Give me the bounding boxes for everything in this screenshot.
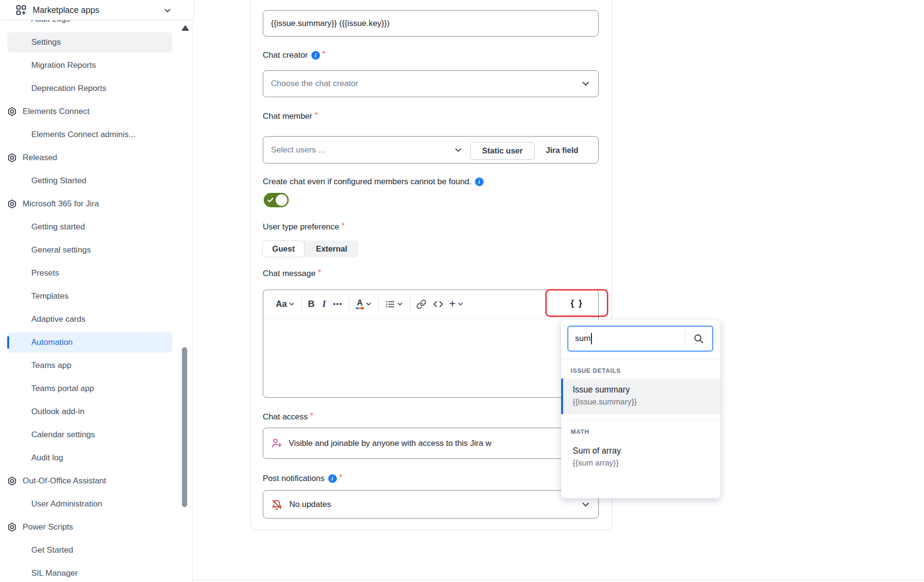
sidebar-item-get-started[interactable]: Get Started bbox=[0, 539, 192, 562]
chevron-down-icon bbox=[457, 301, 464, 307]
chevron-down-icon bbox=[581, 79, 590, 89]
chat-access-select[interactable]: Visible and joinable by anyone with acce… bbox=[263, 428, 599, 459]
info-icon[interactable]: i bbox=[475, 177, 484, 186]
sidebar-item-label: Settings bbox=[31, 38, 61, 47]
sidebar-item-teams-portal-app[interactable]: Teams portal app bbox=[0, 377, 192, 400]
picker-item-code: {{issue.summary}} bbox=[573, 396, 720, 408]
sidebar-item-label: Presets bbox=[31, 268, 59, 278]
bold-button[interactable]: B bbox=[308, 299, 315, 309]
sidebar-item-adaptive-cards[interactable]: Adaptive cards bbox=[0, 308, 192, 331]
picker-item-title: Sum of array bbox=[573, 445, 720, 457]
sidebar-item-label: Get Started bbox=[31, 545, 73, 555]
app-hexagon-icon bbox=[7, 199, 17, 209]
post-notifications-select[interactable]: No updates bbox=[263, 490, 599, 519]
chevron-down-icon bbox=[454, 146, 462, 154]
sidebar-item-sil-manager[interactable]: SIL Manager bbox=[0, 562, 192, 582]
picker-item-issue-summary[interactable]: Issue summary{{issue.summary}} bbox=[561, 379, 720, 414]
sidebar-item-label: Getting started bbox=[31, 222, 85, 232]
insert-button[interactable]: + bbox=[449, 298, 463, 310]
sidebar-item-templates[interactable]: Templates bbox=[0, 285, 192, 308]
sidebar-item-elements-connect[interactable]: Elements Connect bbox=[0, 100, 192, 123]
required-asterisk: * bbox=[318, 268, 321, 278]
static-user-tab[interactable]: Static user bbox=[470, 142, 535, 160]
sidebar-item-label: Elements Connect adminis... bbox=[31, 130, 135, 139]
sidebar-item-outlook-add-in[interactable]: Outlook add-in bbox=[0, 400, 192, 423]
sidebar-divider bbox=[192, 17, 193, 582]
sidebar-item-label: Elements Connect bbox=[23, 107, 90, 116]
marketplace-apps-dropdown[interactable]: Marketplace apps bbox=[0, 0, 194, 20]
color-bar bbox=[356, 307, 364, 309]
sidebar-item-label: Adaptive cards bbox=[31, 315, 85, 324]
required-asterisk: * bbox=[342, 221, 345, 231]
sidebar-item-settings[interactable]: Settings bbox=[0, 31, 192, 54]
sidebar-item-migration-reports[interactable]: Migration Reports bbox=[0, 54, 192, 77]
user-type-option-guest[interactable]: Guest bbox=[262, 240, 305, 257]
italic-button[interactable]: I bbox=[322, 299, 326, 309]
sidebar-item-automation[interactable]: Automation bbox=[0, 331, 192, 354]
search-divider bbox=[685, 331, 685, 346]
editor-content[interactable] bbox=[263, 318, 598, 398]
chevron-down-icon bbox=[288, 301, 295, 307]
required-asterisk: * bbox=[322, 50, 326, 59]
user-type-option-external[interactable]: External bbox=[305, 240, 359, 257]
apps-grid-icon bbox=[15, 4, 27, 16]
sidebar-item-getting-started[interactable]: Getting started bbox=[0, 215, 192, 239]
required-asterisk: * bbox=[339, 473, 343, 482]
sidebar: Audit LogsSettingsMigration ReportsDepre… bbox=[0, 0, 192, 582]
chevron-down-icon bbox=[365, 301, 372, 307]
chevron-down-icon bbox=[163, 6, 172, 15]
chat-member-field: Select users ... Static user Jira field bbox=[263, 136, 599, 164]
sidebar-item-deprecation-reports[interactable]: Deprecation Reports bbox=[0, 77, 192, 100]
info-icon[interactable]: i bbox=[311, 51, 320, 60]
chevron-down-icon bbox=[397, 301, 403, 307]
chat-access-label: Chat access * bbox=[263, 412, 313, 422]
click-annotation-box: { } bbox=[545, 289, 608, 317]
sidebar-item-label: Released bbox=[23, 153, 57, 163]
chat-member-select[interactable]: Select users ... bbox=[271, 145, 325, 155]
picker-item-code: {{sum array}} bbox=[573, 457, 720, 469]
chat-name-input[interactable] bbox=[263, 10, 599, 37]
scrollbar-up-arrow[interactable] bbox=[181, 25, 189, 31]
text-color-button[interactable]: A bbox=[356, 299, 372, 309]
jira-field-tab[interactable]: Jira field bbox=[536, 142, 589, 159]
picker-item-title: Issue summary bbox=[573, 384, 720, 396]
sidebar-item-getting-started[interactable]: Getting Started bbox=[0, 169, 192, 192]
sidebar-item-teams-app[interactable]: Teams app bbox=[0, 354, 192, 377]
chat-creator-select[interactable]: Choose the chat creator bbox=[263, 70, 599, 97]
variables-button[interactable]: { } bbox=[570, 298, 583, 308]
toolbar-divider bbox=[378, 297, 379, 311]
sidebar-item-calendar-settings[interactable]: Calendar settings bbox=[0, 423, 192, 446]
post-notifications-label: Post notifications i * bbox=[263, 474, 342, 483]
check-icon bbox=[268, 198, 273, 203]
list-button[interactable] bbox=[385, 299, 403, 309]
sidebar-item-label: Deprecation Reports bbox=[31, 84, 106, 93]
sidebar-item-released[interactable]: Released bbox=[0, 146, 192, 169]
toolbar-divider bbox=[410, 297, 410, 311]
app-hexagon-icon bbox=[7, 476, 17, 486]
picker-groups: ISSUE DETAILSIssue summary{{issue.summar… bbox=[561, 359, 720, 476]
info-icon[interactable]: i bbox=[328, 474, 337, 483]
search-icon[interactable] bbox=[693, 333, 704, 344]
scrollbar-thumb[interactable] bbox=[182, 347, 187, 507]
sidebar-item-presets[interactable]: Presets bbox=[0, 262, 192, 285]
required-asterisk: * bbox=[310, 411, 314, 421]
sidebar-item-out-of-office-assistant[interactable]: Out-Of-Office Assistant bbox=[0, 469, 192, 493]
sidebar-item-label: Migration Reports bbox=[31, 61, 96, 70]
sidebar-item-user-administration[interactable]: User Administration bbox=[0, 493, 192, 516]
chat-message-label: Chat message * bbox=[263, 269, 321, 278]
toolbar-divider bbox=[301, 297, 302, 311]
app-hexagon-icon bbox=[7, 153, 17, 163]
sidebar-item-audit-log[interactable]: Audit log bbox=[0, 446, 192, 469]
sidebar-item-general-settings[interactable]: General settings bbox=[0, 239, 192, 262]
sidebar-item-microsoft-365-for-jira[interactable]: Microsoft 365 for Jira bbox=[0, 192, 192, 215]
sidebar-item-power-scripts[interactable]: Power Scripts bbox=[0, 516, 192, 539]
picker-item-sum-of-array[interactable]: Sum of array{{sum array}} bbox=[561, 440, 720, 475]
code-button[interactable] bbox=[433, 299, 443, 309]
sidebar-item-label: User Administration bbox=[31, 499, 102, 509]
variable-search-input[interactable]: sum bbox=[567, 326, 713, 352]
text-style-button[interactable]: Aa bbox=[276, 299, 295, 309]
link-button[interactable] bbox=[416, 299, 426, 309]
more-formatting-button[interactable]: ⋯ bbox=[333, 298, 343, 310]
sidebar-item-elements-connect-adminis[interactable]: Elements Connect adminis... bbox=[0, 123, 192, 146]
create-chat-toggle[interactable] bbox=[264, 193, 289, 207]
